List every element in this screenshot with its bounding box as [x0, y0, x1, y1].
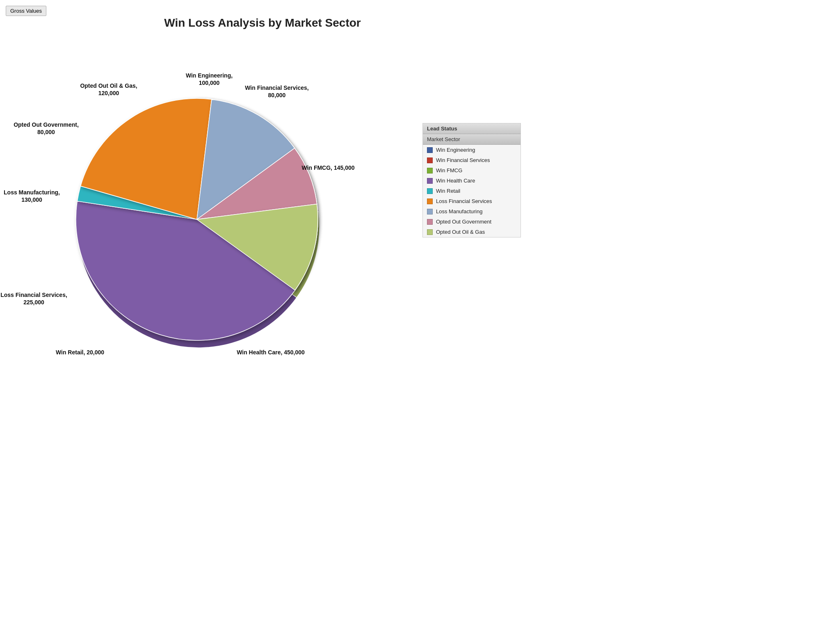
- chart-title: Win Loss Analysis by Market Sector: [0, 0, 525, 30]
- gross-values-button[interactable]: Gross Values: [6, 6, 46, 16]
- pie-chart-svg: [0, 37, 410, 390]
- legend-item: Win FMCG: [423, 165, 520, 176]
- legend-item: Loss Financial Services: [423, 196, 520, 206]
- legend-swatch: [427, 157, 433, 163]
- legend-item: Win Health Care: [423, 176, 520, 186]
- legend-label: Loss Manufacturing: [436, 208, 482, 214]
- legend-label: Loss Financial Services: [436, 198, 492, 204]
- legend-subheader: Market Sector: [423, 134, 520, 145]
- legend: Lead Status Market Sector Win Engineerin…: [422, 123, 521, 237]
- legend-swatch: [427, 178, 433, 184]
- legend-item: Loss Manufacturing: [423, 206, 520, 217]
- legend-swatch: [427, 188, 433, 194]
- legend-item: Win Financial Services: [423, 155, 520, 165]
- legend-label: Opted Out Government: [436, 219, 491, 225]
- legend-item: Win Engineering: [423, 145, 520, 155]
- legend-swatch: [427, 168, 433, 173]
- legend-swatch: [427, 147, 433, 153]
- legend-label: Win Financial Services: [436, 157, 490, 163]
- legend-label: Win Health Care: [436, 178, 475, 184]
- chart-area: Win Engineering, 100,000 Win Financial S…: [0, 37, 410, 390]
- legend-item: Opted Out Government: [423, 217, 520, 227]
- legend-swatch: [427, 209, 433, 214]
- legend-label: Opted Out Oil & Gas: [436, 229, 485, 235]
- legend-label: Win Engineering: [436, 147, 475, 153]
- legend-label: Win FMCG: [436, 167, 462, 173]
- legend-item: Win Retail: [423, 186, 520, 196]
- legend-swatch: [427, 219, 433, 225]
- legend-swatch: [427, 198, 433, 204]
- legend-item: Opted Out Oil & Gas: [423, 227, 520, 237]
- legend-header: Lead Status: [423, 123, 520, 134]
- legend-label: Win Retail: [436, 188, 460, 194]
- legend-swatch: [427, 229, 433, 235]
